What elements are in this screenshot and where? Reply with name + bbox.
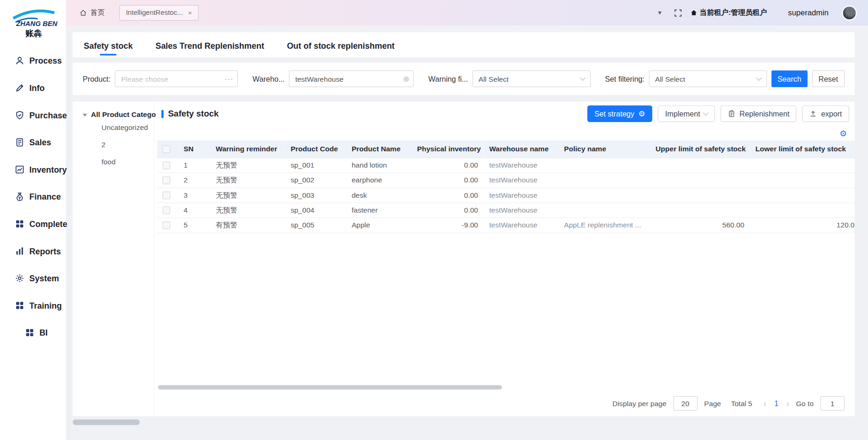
chevron-down-icon[interactable]: ▾ [658, 9, 661, 17]
prev-page-icon[interactable]: ‹ [763, 399, 766, 408]
house-icon [690, 9, 698, 17]
page-tabs: Safety stockSales Trend ReplenishmentOut… [73, 32, 855, 57]
set-strategy-button[interactable]: Set strategy ⚙ [587, 105, 653, 122]
reset-button[interactable]: Reset [812, 71, 845, 87]
page-size-input[interactable] [673, 396, 698, 411]
column-header-product-name[interactable]: Product Name [346, 140, 411, 157]
total-count-label: Total 5 [731, 399, 752, 408]
column-header-sn[interactable]: SN [178, 140, 210, 157]
tree-item-uncategorized[interactable]: Uncategorized [73, 119, 154, 136]
cell-upper [650, 188, 750, 202]
product-input[interactable] [115, 71, 238, 87]
scrollbar-thumb[interactable] [73, 420, 140, 425]
avatar[interactable] [842, 5, 857, 20]
sidebar-item-training[interactable]: Training [0, 292, 66, 319]
column-header-warehouse-name[interactable]: Warehouse name [483, 140, 558, 157]
fullscreen-icon[interactable] [674, 9, 682, 17]
sidebar-item-complete[interactable]: Complete [0, 210, 66, 238]
cell-code: sp_004 [285, 202, 346, 217]
cell-inventory: 0.00 [411, 158, 483, 173]
table-row[interactable]: 4无预警sp_004fastener0.00testWarehouse [157, 202, 855, 217]
tree-item-food[interactable]: food [73, 153, 154, 170]
implement-button[interactable]: Implement [658, 105, 715, 122]
sidebar-item-process[interactable]: Process [0, 47, 66, 75]
product-filter-label: Product: [83, 75, 110, 83]
column-header-warning-reminder[interactable]: Warning reminder [210, 140, 285, 157]
column-header-policy-name[interactable]: Policy name [559, 140, 650, 157]
goto-page-input[interactable] [820, 396, 845, 411]
sidebar-item-label: Purchase [29, 110, 67, 120]
tree-item-2[interactable]: 2 [73, 136, 154, 153]
panel-actions: Set strategy ⚙ Implement [587, 105, 849, 122]
current-page-number[interactable]: 1 [773, 399, 780, 408]
pencil-icon [15, 83, 24, 92]
sidebar-item-label: Reports [29, 246, 61, 256]
warning-filter-select[interactable]: All Select [472, 71, 591, 87]
table-row[interactable]: 3无预警sp_003desk0.00testWarehouse [157, 188, 855, 202]
sidebar-item-inventory[interactable]: Inventory [0, 156, 66, 183]
warehouse-input[interactable] [289, 71, 414, 87]
more-icon[interactable]: ··· [225, 75, 234, 83]
tab-out-of-stock-replenishment[interactable]: Out of stock replenishment [286, 34, 396, 57]
table-row[interactable]: 1无预警sp_001hand lotion0.00testWarehouse [157, 158, 855, 173]
row-checkbox[interactable] [162, 207, 170, 214]
cell-policy [559, 202, 650, 217]
cell-lower [750, 202, 855, 217]
shield-check-icon [15, 110, 24, 120]
username[interactable]: superadmin [788, 8, 829, 17]
search-button[interactable]: Search [772, 71, 807, 87]
topbar-open-tab[interactable]: IntelligentRestoc... × [119, 5, 199, 20]
logo[interactable]: ZHANG BEN 账犇 [0, 0, 66, 47]
tab-sales-trend-replenishment[interactable]: Sales Trend Replenishment [154, 34, 265, 57]
cell-policy [559, 158, 650, 173]
table-row[interactable]: 5有预警sp_005Apple-9.00testWarehouseAppLE r… [157, 218, 855, 233]
caret-down-icon [83, 113, 87, 116]
sidebar-item-label: Training [29, 301, 62, 310]
safety-stock-table: SNWarning reminderProduct CodeProduct Na… [157, 140, 855, 233]
money-bag-icon [15, 192, 24, 201]
sidebar-item-reports[interactable]: Reports [0, 238, 66, 265]
cell-name: Apple [346, 218, 411, 233]
replenishment-button[interactable]: Replenishment [720, 105, 797, 122]
logo-text-en: ZHANG BEN [15, 19, 58, 27]
tree-root-all-product-categories[interactable]: All Product Catego [73, 110, 154, 119]
cell-sn: 4 [178, 202, 210, 217]
sidebar-item-label: BI [39, 328, 48, 337]
product-filter-group: Product: ··· [83, 71, 238, 87]
sidebar: ZHANG BEN 账犇 ProcessInfoPurchaseSalesInv… [0, 0, 66, 440]
cell-warehouse: testWarehouse [483, 158, 558, 173]
column-header-physical-inventory[interactable]: Physical inventory [411, 140, 483, 157]
clear-icon[interactable]: ⊗ [403, 75, 410, 83]
table-settings-gear-icon[interactable]: ⚙ [839, 129, 847, 137]
sidebar-item-sales[interactable]: Sales [0, 129, 66, 156]
sidebar-item-bi[interactable]: BI [0, 319, 66, 346]
sidebar-item-purchase[interactable]: Purchase [0, 102, 66, 129]
row-checkbox[interactable] [162, 192, 170, 200]
grid-icon [15, 219, 24, 228]
sidebar-item-system[interactable]: System [0, 265, 66, 292]
row-checkbox[interactable] [162, 162, 170, 169]
column-header-product-code[interactable]: Product Code [285, 140, 346, 157]
warehouse-filter-group: Wareho... ⊗ [252, 71, 414, 87]
chart-icon [15, 165, 24, 174]
table-row[interactable]: 2无预警sp_002earphone0.00testWarehouse [157, 173, 855, 188]
clipboard-icon [728, 110, 736, 118]
row-checkbox[interactable] [162, 221, 170, 229]
scrollbar-thumb[interactable] [158, 385, 502, 390]
select-all-checkbox[interactable] [162, 145, 170, 153]
close-icon[interactable]: × [188, 9, 192, 17]
column-header-upper-limit-of-safety-stock[interactable]: Upper limit of safety stock [650, 140, 750, 157]
breadcrumb-home[interactable]: 首页 [79, 8, 105, 18]
column-header-lower-limit-of-safety-stock[interactable]: Lower limit of safety stock [750, 140, 855, 157]
tab-safety-stock[interactable]: Safety stock [83, 34, 134, 57]
topbar: 首页 IntelligentRestoc... × ▾ 当前租户:管理员租户 s… [66, 0, 868, 26]
sidebar-item-finance[interactable]: Finance [0, 183, 66, 211]
next-page-icon[interactable]: › [786, 399, 790, 408]
row-checkbox[interactable] [162, 177, 170, 185]
export-button[interactable]: export [802, 105, 849, 122]
panel-title: Safety stock [168, 109, 219, 119]
set-filtering-label: Set filtering: [605, 75, 644, 83]
set-filtering-select[interactable]: All Select [649, 71, 767, 87]
set-filtering-value: All Select [655, 75, 685, 83]
sidebar-item-info[interactable]: Info [0, 74, 66, 102]
